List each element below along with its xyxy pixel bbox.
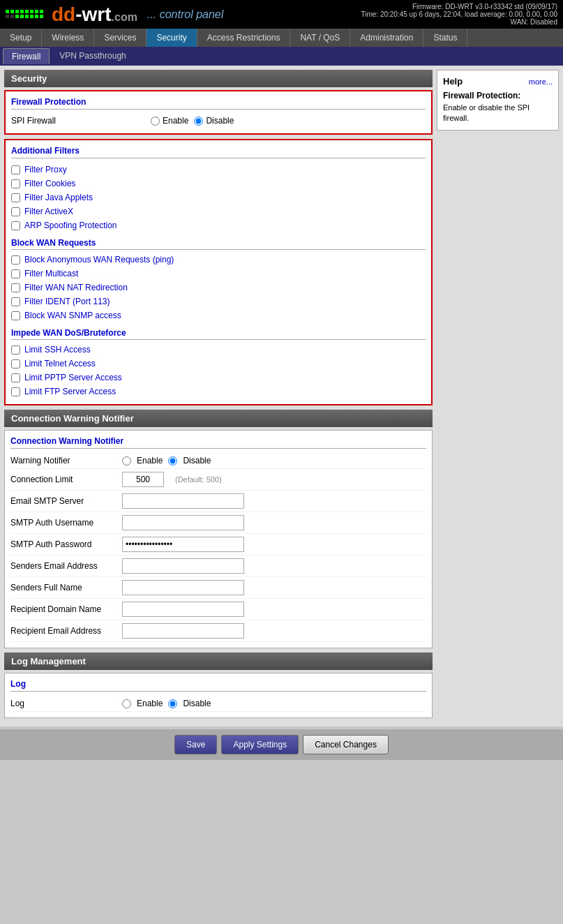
- save-button[interactable]: Save: [174, 735, 217, 754]
- firewall-protection-section: Firewall Protection SPI Firewall Enable …: [4, 90, 433, 135]
- filter-ident-label: Filter IDENT (Port 113): [24, 297, 110, 306]
- filter-java-checkbox[interactable]: [11, 193, 20, 202]
- cancel-changes-button[interactable]: Cancel Changes: [303, 735, 389, 754]
- smtp-auth-user-label: SMTP Auth Username: [10, 518, 122, 528]
- recipient-domain-label: Recipient Domain Name: [10, 604, 122, 614]
- filter-java-item: Filter Java Applets: [11, 191, 426, 204]
- filter-ident-checkbox[interactable]: [11, 297, 20, 306]
- senders-name-controls: [122, 580, 244, 595]
- warn-disable-label: Disable: [183, 456, 211, 465]
- conn-inner: Connection Warning Notifier Warning Noti…: [4, 430, 433, 648]
- senders-email-controls: [122, 558, 244, 574]
- tab-access-restrictions[interactable]: Access Restrictions: [197, 29, 291, 47]
- log-group-label: Log: [10, 679, 426, 692]
- smtp-auth-user-controls: [122, 515, 244, 530]
- connection-limit-controls: (Default: 500): [122, 472, 222, 487]
- senders-name-row: Senders Full Name: [10, 577, 426, 599]
- buttons-bar: Save Apply Settings Cancel Changes: [0, 729, 563, 760]
- filter-proxy-label: Filter Proxy: [24, 165, 67, 174]
- senders-email-input[interactable]: [122, 558, 244, 574]
- filter-proxy-item: Filter Proxy: [11, 163, 426, 177]
- log-controls: Enable Disable: [122, 699, 211, 708]
- smtp-auth-pass-controls: [122, 537, 244, 552]
- arp-spoofing-item: ARP Spoofing Protection: [11, 218, 426, 232]
- content-wrapper: Security Firewall Protection SPI Firewal…: [0, 66, 563, 726]
- warn-enable-radio[interactable]: [122, 456, 131, 465]
- help-panel: Help more... Firewall Protection: Enable…: [437, 70, 559, 722]
- recipient-email-label: Recipient Email Address: [10, 626, 122, 636]
- limit-ssh-item: Limit SSH Access: [11, 343, 426, 357]
- smtp-auth-user-row: SMTP Auth Username: [10, 512, 426, 534]
- limit-ftp-checkbox[interactable]: [11, 387, 20, 396]
- wan-info: WAN: Disabled: [361, 18, 558, 26]
- tab-administration[interactable]: Administration: [350, 29, 423, 47]
- tab-nat-qos[interactable]: NAT / QoS: [290, 29, 350, 47]
- filter-activex-checkbox[interactable]: [11, 207, 20, 216]
- spi-disable-radio[interactable]: [194, 117, 203, 126]
- filter-activex-label: Filter ActiveX: [24, 207, 73, 216]
- tab-security[interactable]: Security: [147, 29, 197, 47]
- log-enable-radio[interactable]: [122, 699, 131, 708]
- log-section-title: Log Management: [4, 653, 433, 670]
- block-anon-ping-item: Block Anonymous WAN Requests (ping): [11, 253, 426, 267]
- conn-section-title: Connection Warning Notifier: [4, 410, 433, 427]
- spi-firewall-row: SPI Firewall Enable Disable: [11, 114, 426, 128]
- section-title: Security: [4, 70, 433, 87]
- senders-name-label: Senders Full Name: [10, 583, 122, 593]
- smtp-auth-pass-input[interactable]: [122, 537, 244, 552]
- tab-wireless[interactable]: Wireless: [42, 29, 94, 47]
- spi-enable-group: Enable: [151, 116, 188, 126]
- filter-multicast-checkbox[interactable]: [11, 269, 20, 278]
- logo: dd-wrt.com: [52, 3, 137, 26]
- limit-ftp-item: Limit FTP Server Access: [11, 385, 426, 398]
- filter-proxy-checkbox[interactable]: [11, 165, 20, 174]
- log-disable-radio[interactable]: [168, 699, 177, 708]
- apply-settings-button[interactable]: Apply Settings: [221, 735, 299, 754]
- limit-telnet-checkbox[interactable]: [11, 359, 20, 368]
- filter-wan-nat-item: Filter WAN NAT Redirection: [11, 281, 426, 295]
- filter-cookies-item: Filter Cookies: [11, 177, 426, 191]
- limit-pptp-checkbox[interactable]: [11, 373, 20, 382]
- arp-spoofing-checkbox[interactable]: [11, 221, 20, 230]
- log-inner: Log Log Enable Disable: [4, 673, 433, 718]
- email-smtp-label: Email SMTP Server: [10, 496, 122, 506]
- spi-enable-label: Enable: [163, 116, 188, 126]
- filter-cookies-checkbox[interactable]: [11, 179, 20, 188]
- warning-notifier-controls: Enable Disable: [122, 456, 211, 465]
- additional-filters-list: Filter Proxy Filter Cookies Filter Java …: [11, 163, 426, 232]
- block-wan-snmp-label: Block WAN SNMP access: [24, 311, 121, 320]
- senders-name-input[interactable]: [122, 580, 244, 595]
- limit-telnet-item: Limit Telnet Access: [11, 357, 426, 371]
- recipient-email-input[interactable]: [122, 623, 244, 639]
- limit-ssh-label: Limit SSH Access: [24, 345, 91, 355]
- subtab-firewall[interactable]: Firewall: [3, 48, 50, 64]
- warn-disable-radio[interactable]: [168, 456, 177, 465]
- header: dd-wrt.com ... control panel Firmware: D…: [0, 0, 563, 29]
- help-more-link[interactable]: more...: [529, 77, 553, 86]
- sub-tabs: Firewall VPN Passthrough: [0, 47, 563, 66]
- time-info: Time: 20:20:45 up 6 days, 22:04, load av…: [361, 10, 558, 18]
- help-header: Help more...: [443, 76, 553, 87]
- help-title: Help: [443, 76, 463, 87]
- connection-warning-section: Connection Warning Notifier Connection W…: [4, 410, 433, 648]
- block-wan-snmp-checkbox[interactable]: [11, 311, 20, 320]
- block-anon-checkbox[interactable]: [11, 255, 20, 264]
- help-panel-inner: Help more... Firewall Protection: Enable…: [437, 70, 559, 131]
- tab-setup[interactable]: Setup: [0, 29, 42, 47]
- tab-status[interactable]: Status: [423, 29, 467, 47]
- limit-pptp-item: Limit PPTP Server Access: [11, 371, 426, 385]
- spi-enable-radio[interactable]: [151, 117, 160, 126]
- recipient-domain-input[interactable]: [122, 602, 244, 617]
- limit-pptp-label: Limit PPTP Server Access: [24, 373, 122, 382]
- email-smtp-input[interactable]: [122, 493, 244, 509]
- filter-wan-nat-checkbox[interactable]: [11, 283, 20, 292]
- smtp-auth-pass-label: SMTP Auth Password: [10, 539, 122, 549]
- limit-ssh-checkbox[interactable]: [11, 345, 20, 355]
- additional-filters-label: Additional Filters: [11, 146, 426, 158]
- connection-limit-input[interactable]: [122, 472, 164, 487]
- tab-services[interactable]: Services: [94, 29, 147, 47]
- subtab-vpn-passthrough[interactable]: VPN Passthrough: [51, 48, 134, 64]
- smtp-auth-user-input[interactable]: [122, 515, 244, 530]
- log-enable-label: Enable: [137, 699, 163, 708]
- block-wan-snmp-item: Block WAN SNMP access: [11, 308, 426, 322]
